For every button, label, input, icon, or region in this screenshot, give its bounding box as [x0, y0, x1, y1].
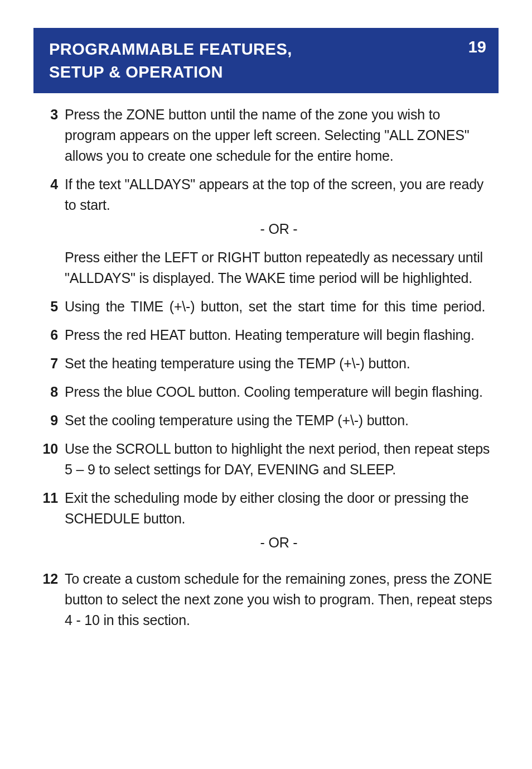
- step-list: 3 Press the ZONE button until the name o…: [39, 104, 493, 631]
- step-text: Press the red HEAT button. Heating tempe…: [65, 325, 493, 345]
- step-text: Press the ZONE button until the name of …: [65, 104, 493, 166]
- step-number: 6: [39, 325, 65, 345]
- step-item: 5 Using the TIME (+\-) button, set the s…: [39, 296, 493, 317]
- step-body: Use the SCROLL button to highlight the n…: [65, 439, 493, 480]
- step-body: Set the cooling temperature using the TE…: [65, 410, 493, 431]
- or-separator: - OR -: [65, 219, 493, 239]
- section-header: PROGRAMMABLE FEATURES, SETUP & OPERATION…: [33, 28, 499, 93]
- step-text: If the text "ALLDAYS" appears at the top…: [65, 174, 493, 215]
- step-item: 11 Exit the scheduling mode by either cl…: [39, 488, 493, 561]
- step-text: Set the heating temperature using the TE…: [65, 353, 493, 374]
- content-area: 3 Press the ZONE button until the name o…: [33, 93, 499, 631]
- step-text: Exit the scheduling mode by either closi…: [65, 488, 493, 529]
- step-number: 3: [39, 104, 65, 166]
- step-item: 8 Press the blue COOL button. Cooling te…: [39, 382, 493, 402]
- step-body: Using the TIME (+\-) button, set the sta…: [65, 296, 493, 317]
- step-number: 8: [39, 382, 65, 402]
- or-separator: - OR -: [65, 532, 493, 553]
- step-text: Press the blue COOL button. Cooling temp…: [65, 382, 493, 402]
- step-body: Press the red HEAT button. Heating tempe…: [65, 325, 493, 345]
- step-number: 5: [39, 296, 65, 317]
- step-text-2: Press either the LEFT or RIGHT button re…: [65, 247, 493, 289]
- step-item: 4 If the text "ALLDAYS" appears at the t…: [39, 174, 493, 289]
- step-body: Set the heating temperature using the TE…: [65, 353, 493, 374]
- step-text: Using the TIME (+\-) button, set the sta…: [65, 296, 493, 317]
- step-item: 7 Set the heating temperature using the …: [39, 353, 493, 374]
- step-number: 12: [39, 569, 65, 631]
- step-body: If the text "ALLDAYS" appears at the top…: [65, 174, 493, 289]
- step-number: 11: [39, 488, 65, 561]
- step-number: 7: [39, 353, 65, 374]
- step-text: Use the SCROLL button to highlight the n…: [65, 439, 493, 480]
- step-item: 9 Set the cooling temperature using the …: [39, 410, 493, 431]
- title-line-2: SETUP & OPERATION: [49, 63, 223, 81]
- step-item: 3 Press the ZONE button until the name o…: [39, 104, 493, 166]
- page-number: 19: [468, 38, 486, 56]
- step-item: 10 Use the SCROLL button to highlight th…: [39, 439, 493, 480]
- step-number: 10: [39, 439, 65, 480]
- step-text: Set the cooling temperature using the TE…: [65, 410, 493, 431]
- step-number: 9: [39, 410, 65, 431]
- step-body: Press the ZONE button until the name of …: [65, 104, 493, 166]
- step-item: 6 Press the red HEAT button. Heating tem…: [39, 325, 493, 345]
- step-body: Press the blue COOL button. Cooling temp…: [65, 382, 493, 402]
- title-line-1: PROGRAMMABLE FEATURES,: [49, 40, 292, 58]
- step-text: To create a custom schedule for the rema…: [65, 569, 493, 631]
- step-number: 4: [39, 174, 65, 289]
- step-item: 12 To create a custom schedule for the r…: [39, 569, 493, 631]
- step-body: To create a custom schedule for the rema…: [65, 569, 493, 631]
- step-body: Exit the scheduling mode by either closi…: [65, 488, 493, 561]
- section-title: PROGRAMMABLE FEATURES, SETUP & OPERATION: [49, 38, 292, 83]
